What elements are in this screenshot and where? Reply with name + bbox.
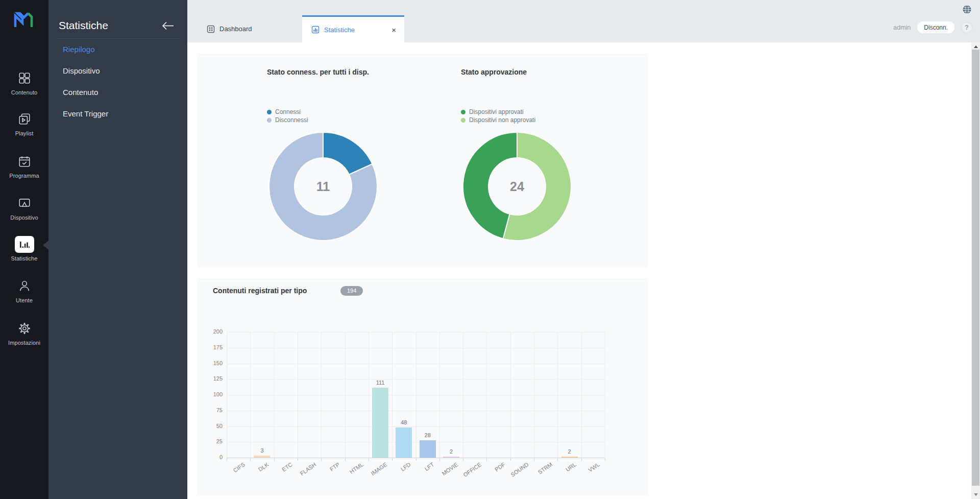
sidebar-item-label: Impostazioni xyxy=(0,340,48,346)
chart-title: Stato approvazione xyxy=(461,68,578,76)
bar-LFD xyxy=(396,427,412,458)
chart-title: Stato conness. per tutti i disp. xyxy=(267,68,384,76)
gridline-vertical xyxy=(486,332,487,458)
y-axis-label: 200 xyxy=(199,328,223,335)
subpanel-item-device[interactable]: Dispositivo xyxy=(63,66,100,75)
x-axis-tick xyxy=(605,458,605,461)
x-axis-category-label: LFT xyxy=(424,461,435,472)
legend-item[interactable]: Dispositivi non approvati xyxy=(461,116,535,124)
logo-blue-stroke xyxy=(15,13,28,27)
scroll-down-button[interactable] xyxy=(971,490,980,499)
tab-dashboard[interactable]: Dashboard xyxy=(202,15,257,42)
bar-value-label: 2 xyxy=(558,448,581,455)
gridline-vertical xyxy=(321,332,322,458)
x-axis-tick xyxy=(392,458,393,461)
x-axis-category-label: PDF xyxy=(494,461,506,472)
x-axis-category-label: DLK xyxy=(257,461,270,472)
legend-item[interactable]: Dispositivi approvati xyxy=(461,108,535,116)
main-content: Stato conness. per tutti i disp. Conness… xyxy=(187,42,971,499)
gridline-vertical xyxy=(510,332,511,458)
legend-dot-icon xyxy=(461,118,465,123)
tab-statistics[interactable]: Statistiche × xyxy=(302,15,404,42)
x-axis-category-label: MOVIE xyxy=(440,461,459,477)
bar-DLK xyxy=(254,456,270,458)
legend-dot-icon xyxy=(267,110,272,114)
x-axis-category-label: SOUND xyxy=(509,461,529,478)
subpanel-item-content[interactable]: Contenuto xyxy=(63,88,98,97)
gridline-vertical xyxy=(463,332,463,458)
subpanel-item-event-trigger[interactable]: Event Trigger xyxy=(63,109,108,118)
tab-label: Statistiche xyxy=(324,26,355,34)
x-axis-category-label: CIFS xyxy=(232,461,246,473)
subpanel-title: Statistiche xyxy=(59,19,108,32)
logout-button[interactable]: Disconn. xyxy=(917,21,954,33)
globe-icon[interactable] xyxy=(963,5,971,14)
y-axis-label: 100 xyxy=(199,391,223,397)
divider xyxy=(58,38,180,39)
sidebar-item-statistics[interactable]: Statistiche xyxy=(0,236,48,262)
chart-legend: ConnessiDisconnessi xyxy=(267,108,308,124)
gridline-vertical xyxy=(557,332,558,458)
legend-label: Dispositivi non approvati xyxy=(469,116,535,124)
legend-label: Dispositivi approvati xyxy=(469,108,524,115)
approval-status-chart: Stato approvazione Dispositivi approvati… xyxy=(461,68,578,76)
bar-LFT xyxy=(420,440,436,458)
device-screen-icon xyxy=(18,195,31,211)
gridline-vertical xyxy=(392,332,393,458)
y-axis-label: 75 xyxy=(199,407,223,413)
gridline-vertical xyxy=(298,332,298,458)
sidebar-item-settings[interactable]: Impostazioni xyxy=(0,320,48,346)
subpanel-item-summary[interactable]: Riepilogo xyxy=(63,45,95,54)
statistics-subpanel: Statistiche Riepilogo Dispositivo Conten… xyxy=(48,0,187,499)
statistics-tab-icon xyxy=(311,26,320,34)
sidebar-item-schedule[interactable]: Programma xyxy=(0,153,48,179)
bar-value-label: 3 xyxy=(251,447,273,454)
gridline-vertical xyxy=(605,332,605,458)
gridline-vertical xyxy=(439,332,440,458)
scrollbar-thumb[interactable] xyxy=(972,50,979,486)
y-axis-label: 0 xyxy=(199,454,223,460)
legend-item[interactable]: Connessi xyxy=(267,108,308,116)
gridline-vertical xyxy=(534,332,534,458)
sidebar-item-content[interactable]: Contenuto xyxy=(0,69,48,96)
total-count-badge: 194 xyxy=(340,286,363,296)
sidebar-item-user[interactable]: Utente xyxy=(0,277,48,303)
legend-label: Disconnessi xyxy=(275,116,308,124)
legend-item[interactable]: Disconnessi xyxy=(267,116,308,124)
gridline-vertical xyxy=(250,332,251,458)
arrow-down-icon xyxy=(974,493,978,496)
x-axis-category-label: STRM xyxy=(537,461,553,476)
sidebar-item-label: Programma xyxy=(0,173,48,179)
active-item-highlight xyxy=(15,236,34,253)
tab-bar: Dashboard Statistiche × admin Disconn. ? xyxy=(187,0,980,42)
x-axis-tick xyxy=(369,458,369,461)
x-axis-category-label: URL xyxy=(564,461,577,472)
active-item-pointer xyxy=(43,241,48,250)
tab-close-icon[interactable]: × xyxy=(391,26,396,34)
x-axis-tick xyxy=(416,458,416,461)
y-axis-label: 50 xyxy=(199,423,223,429)
x-axis-tick xyxy=(486,458,487,461)
status-charts-card: Stato conness. per tutti i disp. Conness… xyxy=(198,54,648,267)
legend-label: Connessi xyxy=(275,108,301,115)
x-axis-category-label: FTP xyxy=(328,461,340,472)
x-axis-tick xyxy=(321,458,322,461)
magicinfo-logo[interactable] xyxy=(13,11,35,31)
chart-title: Contenuti registrati per tipo xyxy=(213,287,307,295)
vertical-scrollbar[interactable] xyxy=(971,42,980,499)
sidebar-item-playlist[interactable]: Playlist xyxy=(0,110,48,136)
schedule-calendar-icon xyxy=(18,153,31,170)
back-arrow-icon[interactable] xyxy=(162,21,174,30)
sidebar-item-device[interactable]: Dispositivo xyxy=(0,195,48,221)
help-button[interactable]: ? xyxy=(961,22,972,33)
sidebar-item-label: Playlist xyxy=(0,130,48,136)
connection-donut-chart xyxy=(267,130,379,243)
y-axis-label: 125 xyxy=(199,375,223,382)
legend-dot-icon xyxy=(267,118,272,123)
x-axis-category-label: VWL xyxy=(587,461,600,473)
settings-gear-icon xyxy=(18,320,31,337)
sidebar-item-label: Dispositivo xyxy=(0,215,48,221)
primary-sidebar: Contenuto Playlist Programma xyxy=(0,0,48,499)
username: admin xyxy=(893,24,911,31)
sidebar-item-label: Contenuto xyxy=(0,89,48,96)
